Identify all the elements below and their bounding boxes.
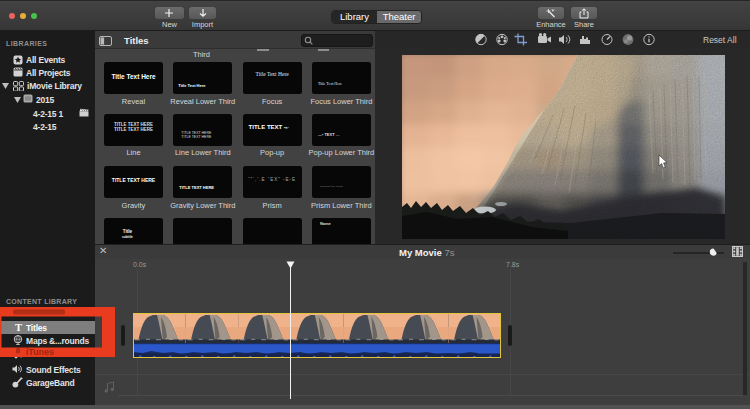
svg-text:iTunes: iTunes — [26, 347, 54, 357]
